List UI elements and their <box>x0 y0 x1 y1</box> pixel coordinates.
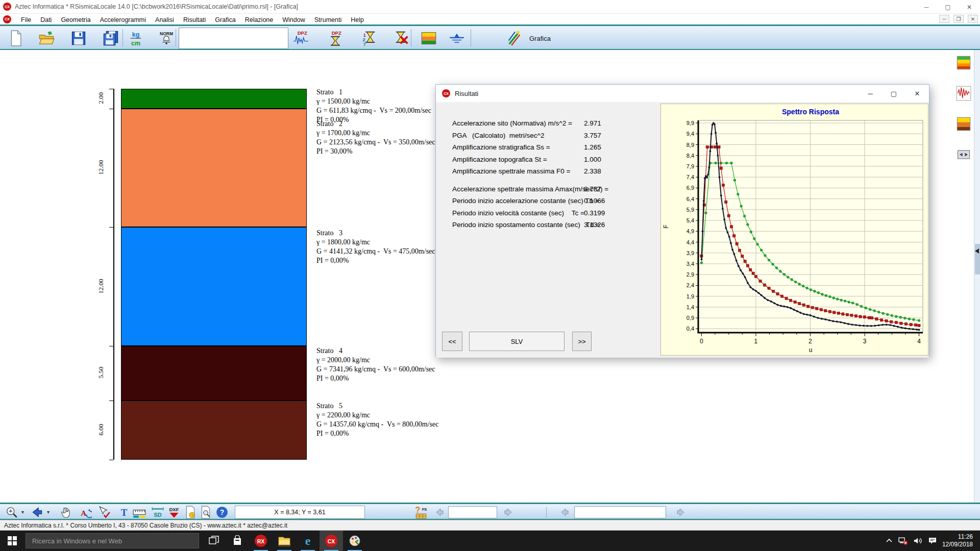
spettro-risposta-chart: 0,40,91,41,92,42,93,43,94,44,95,45,96,46… <box>660 104 928 356</box>
depth-label: 6.00 <box>97 414 105 445</box>
dpz-accelerogram-button[interactable]: DPZ <box>289 28 313 48</box>
next-state-button[interactable]: >> <box>572 332 592 351</box>
paint-app-taskbar-button[interactable] <box>343 531 366 551</box>
pan-hand-button[interactable] <box>58 505 74 519</box>
tray-chevron-up-icon[interactable] <box>885 537 893 545</box>
action-center-icon[interactable] <box>927 536 938 545</box>
stratum-5-label: Strato 5γ = 2200,00 kg/mcG = 14357,60 kg… <box>316 402 439 438</box>
preview-doc-button[interactable] <box>198 505 213 519</box>
speaker-icon[interactable] <box>913 536 923 545</box>
start-button[interactable] <box>0 531 24 551</box>
dialog-maximize-icon[interactable]: ▢ <box>882 85 905 102</box>
ms-store-taskbar-button[interactable] <box>226 531 249 551</box>
dropdown-arrow-icon[interactable]: ▾ <box>47 509 50 515</box>
depth-label: 12.00 <box>97 271 105 302</box>
svg-text:u: u <box>809 346 813 354</box>
svg-text:1,9: 1,9 <box>687 293 694 299</box>
water-table-button[interactable] <box>445 28 469 48</box>
sd-dimension-button[interactable]: SD <box>150 505 165 519</box>
menu-item-geometria[interactable]: Geometria <box>56 15 95 24</box>
page-nav-input-1[interactable] <box>448 506 497 518</box>
menu-item-strumenti[interactable]: Strumenti <box>310 15 347 24</box>
select-check-button[interactable] <box>97 505 112 519</box>
prev-state-button[interactable]: << <box>442 332 462 351</box>
dxf-button[interactable]: DXF <box>166 505 182 519</box>
menu-item-risultati[interactable]: Risultati <box>179 15 210 24</box>
dimension-button[interactable] <box>132 505 147 519</box>
grafica-button[interactable]: Grafica <box>503 28 526 48</box>
svg-text:7,4: 7,4 <box>687 174 694 180</box>
menu-item-relazione[interactable]: Relazione <box>240 15 278 24</box>
limit-state-slv-button[interactable]: SLV <box>469 332 565 351</box>
menu-item-help[interactable]: Help <box>346 15 369 24</box>
panel-collapse-arrow-icon[interactable] <box>975 248 979 254</box>
units-kg-cm-button[interactable]: kgcm <box>124 28 148 48</box>
task-view-taskbar-button[interactable] <box>202 531 226 551</box>
dialog-close-icon[interactable]: ✕ <box>905 85 929 102</box>
nav-left-button[interactable] <box>431 505 447 519</box>
svg-text:kg: kg <box>132 31 140 38</box>
edge-taskbar-button[interactable]: e <box>296 531 320 551</box>
vertical-scrollbar[interactable] <box>974 50 980 503</box>
stratum-2-layer <box>121 109 307 228</box>
pan-hand-icon <box>59 506 72 519</box>
norm-bell-button[interactable]: NORM <box>155 28 178 48</box>
dropdown-arrow-icon[interactable]: ▾ <box>21 509 24 515</box>
seismogram-button[interactable] <box>954 85 973 102</box>
close-icon[interactable]: ✕ <box>959 0 980 14</box>
nav-left-button[interactable] <box>556 505 572 519</box>
taskbar-search-input[interactable]: Ricerca in Windows e nel Web <box>26 533 199 548</box>
page-nav-input-2[interactable] <box>574 506 666 518</box>
new-document-button[interactable] <box>4 28 28 48</box>
mdi-restore-icon[interactable]: ❐ <box>953 15 964 23</box>
toolbar-combo-input[interactable] <box>179 28 288 49</box>
dpz-time-button[interactable]: DPZ <box>324 28 347 48</box>
save-all-button[interactable] <box>99 28 122 48</box>
zoom-lens-button[interactable]: ▾ <box>4 505 19 519</box>
result-label: Amplificazione topografica St = <box>452 156 584 163</box>
time-history-button[interactable]: 127 <box>357 28 381 48</box>
svg-text:7,9: 7,9 <box>687 163 694 169</box>
svg-text:5,9: 5,9 <box>687 207 694 213</box>
menu-item-window[interactable]: Window <box>278 15 309 24</box>
menu-item-dati[interactable]: Dati <box>36 15 56 24</box>
new-document-icon <box>8 30 23 46</box>
help-button[interactable]: ? <box>214 505 230 519</box>
maximize-icon[interactable]: ▢ <box>937 0 959 14</box>
text-tool-button[interactable]: T <box>116 505 132 519</box>
export-doc-button[interactable] <box>183 505 198 519</box>
menu-item-accelerogrammi[interactable]: Accelerogrammi <box>95 15 151 24</box>
svg-text:RX: RX <box>257 538 265 544</box>
strata-palette2-button[interactable] <box>954 115 973 133</box>
section-tool-button[interactable] <box>954 146 973 163</box>
minimize-icon[interactable]: ─ <box>916 0 937 14</box>
mdi-minimize-icon[interactable]: ─ <box>939 15 949 23</box>
open-folder-button[interactable] <box>35 28 58 48</box>
result-value: 0.3199 <box>584 209 605 217</box>
menu-item-file[interactable]: File <box>16 15 36 24</box>
strata-palette-button[interactable] <box>954 54 973 71</box>
delete-analysis-button[interactable] <box>389 28 413 48</box>
svg-text:DXF: DXF <box>169 507 179 512</box>
nav-right-button[interactable] <box>674 505 689 519</box>
taskbar-clock[interactable]: 11:26 12/09/2018 <box>942 533 973 548</box>
cx-app-taskbar-button[interactable]: CX <box>320 531 343 551</box>
mdi-close-icon[interactable]: ✕ <box>968 15 978 23</box>
rotate-text-button[interactable]: A <box>78 505 93 519</box>
back-arrow-button[interactable]: ▾ <box>30 505 45 519</box>
network-error-icon[interactable] <box>898 536 908 545</box>
norm-bell-icon: NORM <box>158 30 175 47</box>
water-table-icon <box>449 31 465 45</box>
save-button[interactable] <box>67 28 90 48</box>
fs-help-button[interactable]: ?FS <box>413 505 429 519</box>
dialog-titlebar[interactable]: CX Risultati ─ ▢ ✕ <box>436 85 929 102</box>
dialog-minimize-icon[interactable]: ─ <box>859 85 882 102</box>
file-explorer-taskbar-button[interactable] <box>273 531 296 551</box>
menu-item-grafica[interactable]: Grafica <box>210 15 240 24</box>
nav-right-button[interactable] <box>501 505 517 519</box>
menu-item-analisi[interactable]: Analisi <box>151 15 179 24</box>
stratum-4-label: Strato 4γ = 2000,00 kg/mcG = 7341,96 kg/… <box>316 346 435 383</box>
strata-colors-button[interactable] <box>417 28 440 48</box>
rx-app-taskbar-button[interactable]: RX <box>249 531 273 551</box>
svg-text:0,9: 0,9 <box>687 315 694 321</box>
